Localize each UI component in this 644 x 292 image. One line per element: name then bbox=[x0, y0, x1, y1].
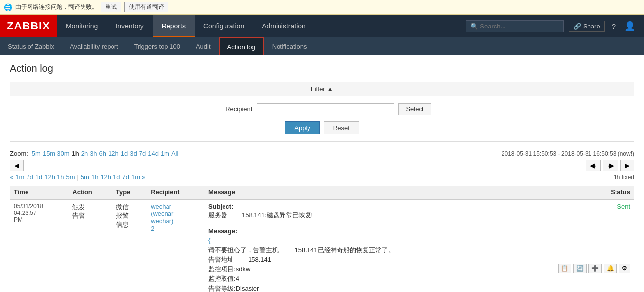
search-box[interactable]: 🔍 bbox=[466, 20, 564, 32]
zoom-bar: Zoom: 5m 15m 30m 1h 2h 3h 6h 12h 1d 3d 7… bbox=[10, 150, 634, 157]
sub-nav: Status of Zabbix Availability report Tri… bbox=[0, 37, 644, 55]
action-icon-1[interactable]: 📋 bbox=[558, 264, 571, 273]
action-log-table: Time Action Type Recipient Message Statu… bbox=[10, 186, 634, 292]
reset-button[interactable]: Reset bbox=[324, 121, 359, 134]
page-title: Action log bbox=[10, 63, 634, 74]
zoom-3h[interactable]: 3h bbox=[90, 150, 97, 157]
time-nav-12h-fwd[interactable]: 12h bbox=[100, 173, 111, 181]
zoom-14d[interactable]: 14d bbox=[148, 150, 159, 157]
zoom-right: 2018-05-31 15:50:53 - 2018-05-31 16:50:5… bbox=[502, 150, 634, 157]
nav-item-monitoring[interactable]: Monitoring bbox=[57, 15, 107, 37]
cell-action: 触发告警 bbox=[68, 199, 112, 292]
time-nav-back-all[interactable]: « bbox=[10, 173, 13, 181]
filter-actions: Apply Reset bbox=[20, 121, 624, 134]
filter-section: Filter ▲ Recipient Select Apply Reset bbox=[10, 82, 634, 142]
time-separator: | bbox=[77, 173, 78, 181]
time-nav-7d-back[interactable]: 7d bbox=[26, 173, 33, 181]
filter-row-recipient: Recipient Select bbox=[20, 103, 624, 115]
nav-left-button[interactable]: ◀· bbox=[586, 160, 601, 171]
zoom-5m[interactable]: 5m bbox=[32, 150, 41, 157]
sub-nav-audit[interactable]: Audit bbox=[188, 37, 219, 55]
time-nav-1m-fwd[interactable]: 1m bbox=[131, 173, 140, 181]
zoom-6h[interactable]: 6h bbox=[99, 150, 106, 157]
translation-message: 由于网络连接问题，翻译失败。 bbox=[15, 3, 98, 11]
status-sent: Sent bbox=[617, 203, 630, 210]
zoom-30m[interactable]: 30m bbox=[57, 150, 69, 157]
sub-nav-triggers-top-100[interactable]: Triggers top 100 bbox=[126, 37, 188, 55]
nav-items: Monitoring Inventory Reports Configurati… bbox=[57, 15, 466, 37]
share-button[interactable]: 🔗 Share bbox=[569, 21, 604, 32]
zoom-2h[interactable]: 2h bbox=[81, 150, 88, 157]
nav-item-inventory[interactable]: Inventory bbox=[107, 15, 153, 37]
nav-item-reports[interactable]: Reports bbox=[153, 15, 195, 37]
col-header-type: Type bbox=[112, 186, 147, 199]
time-nav-5m-back[interactable]: 5m bbox=[66, 173, 75, 181]
prev-arrow-button[interactable]: ◀ bbox=[10, 160, 24, 171]
cell-message: Subject: 服务器 158.141:磁盘异常已恢复! Message: {… bbox=[204, 199, 508, 292]
zoom-12h[interactable]: 12h bbox=[108, 150, 119, 157]
nav-right-button[interactable]: ·▶ bbox=[603, 160, 618, 171]
search-icon: 🔍 bbox=[470, 23, 478, 30]
message-subject: Subject: bbox=[208, 203, 504, 210]
col-header-time: Time bbox=[10, 186, 68, 199]
table-header-row: Time Action Type Recipient Message Statu… bbox=[10, 186, 634, 199]
page-content: Action log Filter ▲ Recipient Select App… bbox=[0, 55, 644, 292]
cell-time: 05/31/201804:23:57PM bbox=[10, 199, 68, 292]
nav-item-administration[interactable]: Administration bbox=[253, 15, 314, 37]
apply-button[interactable]: Apply bbox=[285, 121, 320, 134]
time-nav-1d-back[interactable]: 1d bbox=[35, 173, 42, 181]
zoom-7d[interactable]: 7d bbox=[139, 150, 146, 157]
help-button[interactable]: ? bbox=[610, 22, 617, 30]
time-nav-left: « 1m 7d 1d 12h 1h 5m | 5m 1h 12h 1d 7d 1… bbox=[10, 173, 145, 181]
message-body-label: Message: bbox=[208, 227, 504, 235]
time-nav-right: 1h fixed bbox=[614, 174, 634, 181]
nav-arrows-row: ◀ ◀· ·▶ ▶ bbox=[10, 160, 634, 171]
time-nav-bar: « 1m 7d 1d 12h 1h 5m | 5m 1h 12h 1d 7d 1… bbox=[10, 173, 634, 181]
time-nav-1h-fwd[interactable]: 1h bbox=[91, 173, 98, 181]
action-icon-5[interactable]: ⚙ bbox=[619, 264, 630, 273]
zoom-all[interactable]: All bbox=[171, 150, 178, 157]
nav-item-configuration[interactable]: Configuration bbox=[195, 15, 253, 37]
logo[interactable]: ZABBIX bbox=[0, 15, 57, 37]
zoom-1h[interactable]: 1h bbox=[72, 150, 79, 157]
cell-recipient: wechar(wecharwechar)2 bbox=[147, 199, 204, 292]
zoom-1m[interactable]: 1m bbox=[161, 150, 169, 157]
recipient-label: Recipient bbox=[213, 106, 252, 113]
table-row: 05/31/201804:23:57PM 触发告警 微信报警信息 wechar(… bbox=[10, 199, 634, 292]
filter-header-label: Filter ▲ bbox=[311, 85, 333, 93]
globe-icon: 🌐 bbox=[4, 3, 12, 11]
recipient-input[interactable] bbox=[257, 103, 394, 115]
col-header-status: Status bbox=[508, 186, 634, 199]
next-arrow-button[interactable]: ▶ bbox=[620, 160, 634, 171]
time-nav-5m-fwd[interactable]: 5m bbox=[81, 173, 89, 181]
cell-status: Sent 📋 🔄 ➕ 🔔 ⚙ bbox=[508, 199, 634, 292]
zoom-label: Zoom: bbox=[10, 150, 28, 157]
time-nav-fwd-all[interactable]: » bbox=[142, 173, 145, 181]
zoom-15m[interactable]: 15m bbox=[43, 150, 55, 157]
top-nav: ZABBIX Monitoring Inventory Reports Conf… bbox=[0, 15, 644, 37]
search-input[interactable] bbox=[480, 23, 559, 30]
sub-nav-status-of-zabbix[interactable]: Status of Zabbix bbox=[0, 37, 62, 55]
time-nav-1d-fwd[interactable]: 1d bbox=[113, 173, 120, 181]
col-header-action: Action bbox=[68, 186, 112, 199]
recipient-name: wechar(wecharwechar)2 bbox=[151, 203, 173, 232]
user-button[interactable]: 👤 bbox=[622, 21, 637, 31]
retry-button[interactable]: 重试 bbox=[101, 2, 121, 12]
translation-bar: 🌐 由于网络连接问题，翻译失败。 重试 使用有道翻译 bbox=[0, 0, 644, 15]
action-icon-3[interactable]: ➕ bbox=[588, 264, 602, 273]
time-nav-12h-back[interactable]: 12h bbox=[44, 173, 55, 181]
zoom-3d[interactable]: 3d bbox=[130, 150, 137, 157]
filter-header[interactable]: Filter ▲ bbox=[10, 82, 634, 96]
select-button[interactable]: Select bbox=[398, 103, 431, 115]
action-icon-4[interactable]: 🔔 bbox=[604, 264, 617, 273]
time-nav-7d-fwd[interactable]: 7d bbox=[122, 173, 129, 181]
sub-nav-availability-report[interactable]: Availability report bbox=[62, 37, 126, 55]
zoom-1d[interactable]: 1d bbox=[121, 150, 128, 157]
time-nav-1h-back[interactable]: 1h bbox=[57, 173, 64, 181]
translate-button[interactable]: 使用有道翻译 bbox=[124, 2, 168, 12]
action-icon-2[interactable]: 🔄 bbox=[573, 264, 587, 273]
sub-nav-notifications[interactable]: Notifications bbox=[264, 37, 315, 55]
message-subject-text: 服务器 158.141:磁盘异常已恢复! bbox=[208, 211, 504, 220]
sub-nav-action-log[interactable]: Action log bbox=[219, 37, 264, 55]
time-nav-1m-back[interactable]: 1m bbox=[15, 173, 24, 181]
